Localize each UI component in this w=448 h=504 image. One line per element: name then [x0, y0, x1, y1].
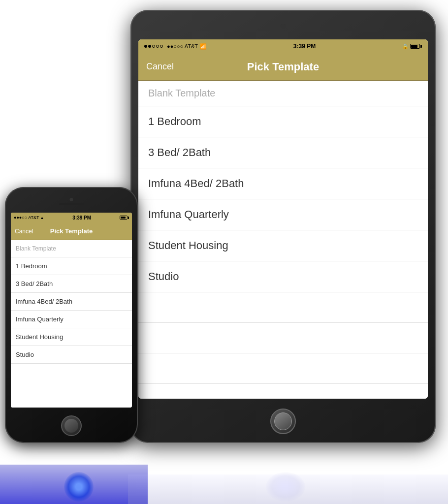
list-item[interactable]: Imfuna Quarterly	[138, 199, 428, 230]
list-item[interactable]: 3 Bed/ 2Bath	[138, 137, 428, 168]
dot2	[148, 45, 151, 48]
dot5	[160, 45, 163, 48]
iphone-wifi-icon: ▲	[40, 216, 44, 220]
ipad-lock-icon: 🔒	[402, 44, 408, 49]
battery-tip	[420, 45, 422, 48]
battery-body	[410, 44, 420, 49]
iphone-screen-area: ●●●○○ AT&T ▲ 3:39 PM Cancel Pick Templat…	[11, 213, 132, 408]
iphone-home-inner	[64, 419, 78, 433]
list-item[interactable]: 1 Bedroom	[11, 257, 132, 275]
iphone-home-button[interactable]	[61, 415, 82, 436]
list-item[interactable]: 1 Bedroom	[138, 106, 428, 137]
iphone-screen: ●●●○○ AT&T ▲ 3:39 PM Cancel Pick Templat…	[11, 213, 132, 408]
list-item[interactable]: Imfuna Quarterly	[11, 311, 132, 328]
ipad-nav-bar: Cancel Pick Template	[138, 53, 428, 81]
dot4	[156, 45, 159, 48]
list-item[interactable]: Studio	[11, 346, 132, 364]
ipad-home-glow	[266, 472, 305, 502]
list-item[interactable]: 3 Bed/ 2Bath	[11, 275, 132, 293]
signal-icon	[144, 45, 163, 48]
list-item-empty	[138, 292, 428, 323]
ipad-nav-title: Pick Template	[247, 61, 319, 73]
iphone-template-list: Blank Template 1 Bedroom 3 Bed/ 2Bath Im…	[11, 240, 132, 408]
iphone-status-left: ●●●○○ AT&T ▲	[14, 215, 44, 220]
iphone-battery-body	[120, 216, 128, 220]
iphone-status-right	[120, 216, 129, 220]
ipad-home-inner	[274, 412, 292, 430]
iphone-device: ●●●○○ AT&T ▲ 3:39 PM Cancel Pick Templat…	[5, 187, 138, 443]
ipad-status-bar: ●●○○○ AT&T 📶 3:39 PM 🔒	[138, 39, 428, 53]
battery-fill	[411, 45, 417, 48]
list-item[interactable]: Blank Template	[11, 240, 132, 257]
list-item[interactable]: Imfuna 4Bed/ 2Bath	[138, 168, 428, 199]
list-item[interactable]: Blank Template	[138, 81, 428, 106]
ipad-cancel-button[interactable]: Cancel	[146, 62, 174, 72]
ipad-status-right: 🔒	[402, 44, 422, 49]
iphone-speaker	[59, 203, 84, 205]
iphone-battery-icon	[120, 216, 129, 220]
iphone-battery-tip	[128, 217, 129, 219]
iphone-battery-fill	[121, 217, 126, 219]
ipad-screen: ●●○○○ AT&T 📶 3:39 PM 🔒 Cancel	[138, 39, 428, 399]
iphone-cancel-button[interactable]: Cancel	[15, 228, 33, 235]
iphone-home-glow	[64, 472, 94, 502]
ipad-screen-area: ●●○○○ AT&T 📶 3:39 PM 🔒 Cancel	[138, 39, 428, 399]
battery-icon	[410, 44, 422, 49]
list-item[interactable]: Studio	[138, 261, 428, 292]
iphone-carrier: ●●●○○ AT&T	[14, 215, 39, 220]
list-item-empty	[138, 323, 428, 353]
list-item[interactable]: Student Housing	[11, 328, 132, 346]
iphone-nav-title: Pick Template	[50, 227, 93, 235]
iphone-status-bar: ●●●○○ AT&T ▲ 3:39 PM	[11, 213, 132, 222]
ipad-status-left: ●●○○○ AT&T 📶	[144, 43, 207, 50]
iphone-camera	[70, 198, 73, 201]
ipad-time: 3:39 PM	[293, 43, 316, 50]
list-item[interactable]: Imfuna 4Bed/ 2Bath	[11, 293, 132, 311]
dot1	[144, 45, 147, 48]
iphone-time: 3:39 PM	[72, 215, 91, 220]
dot3	[152, 45, 155, 48]
ipad-home-button[interactable]	[270, 409, 296, 434]
ipad-device: ●●○○○ AT&T 📶 3:39 PM 🔒 Cancel	[130, 10, 436, 443]
ipad-template-list: Blank Template 1 Bedroom 3 Bed/ 2Bath Im…	[138, 81, 428, 399]
list-item[interactable]: Student Housing	[138, 230, 428, 261]
iphone-nav-bar: Cancel Pick Template	[11, 222, 132, 240]
ipad-carrier: ●●○○○ AT&T	[167, 43, 198, 49]
list-item-empty	[138, 353, 428, 384]
ipad-camera	[281, 24, 286, 29]
ipad-wifi-icon: 📶	[200, 43, 207, 50]
